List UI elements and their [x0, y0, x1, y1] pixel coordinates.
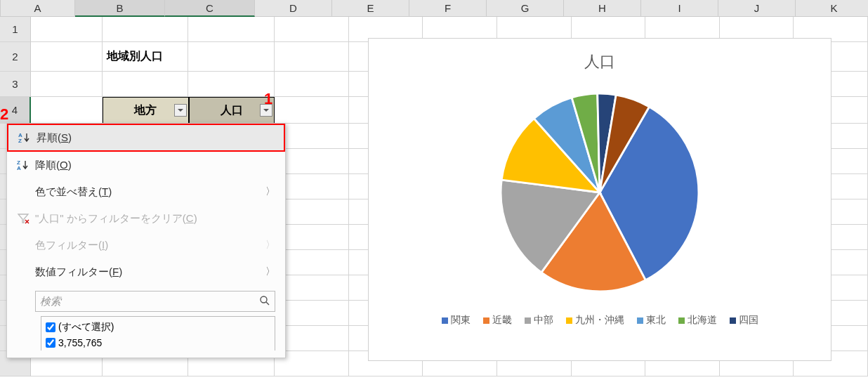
number-filter-item[interactable]: 数値フィルター(F) 〉 [7, 258, 285, 285]
cell-D4[interactable] [275, 97, 349, 124]
filter-check-all[interactable]: (すべて選択) [46, 320, 270, 335]
select-all-corner[interactable] [0, 0, 1, 17]
sort-descending-item[interactable]: Z A 降順(O) [7, 152, 285, 178]
column-header-J[interactable]: J [718, 0, 796, 17]
column-header-K[interactable]: K [796, 0, 868, 17]
legend-swatch [730, 317, 736, 324]
legend-item-近畿[interactable]: 近畿 [483, 314, 512, 327]
column-header-D[interactable]: D [255, 0, 332, 17]
filter-check-value[interactable]: 3,755,765 [46, 335, 270, 350]
legend-swatch [678, 317, 685, 324]
cell-A2[interactable] [31, 42, 103, 72]
cell-C3[interactable] [188, 72, 275, 97]
checkbox[interactable] [46, 322, 55, 332]
cell-D2[interactable] [275, 42, 349, 72]
annotation-2: 2 [0, 105, 8, 124]
filter-dropdown-button[interactable] [174, 104, 187, 117]
chart-legend: 関東近畿中部九州・沖縄東北北海道四国 [369, 308, 831, 332]
cell-B3[interactable] [103, 72, 189, 97]
legend-swatch [483, 317, 489, 324]
cell-D1[interactable] [275, 17, 349, 42]
legend-label: 四国 [739, 314, 758, 327]
svg-text:Z: Z [18, 138, 22, 144]
filter-search-input[interactable]: 検索 [35, 291, 275, 312]
svg-point-4 [261, 296, 267, 303]
cell-C1[interactable] [188, 17, 275, 42]
clear-filter-icon [17, 212, 35, 225]
legend-label: 中部 [534, 314, 553, 327]
legend-item-関東[interactable]: 関東 [442, 314, 471, 327]
legend-label: 関東 [451, 314, 471, 327]
column-header-C[interactable]: C [165, 0, 255, 17]
filter-dropdown-menu: A Z 昇順(S) Z A 降順(O) 色で並べ替え(T) 〉 "人口" [6, 123, 286, 358]
cell-D13[interactable] [275, 326, 349, 351]
column-header-I[interactable]: I [641, 0, 718, 17]
legend-item-中部[interactable]: 中部 [525, 314, 553, 327]
cell-text: 地域別人口 [107, 49, 163, 64]
legend-item-四国[interactable]: 四国 [730, 314, 758, 327]
sort-ascending-item[interactable]: A Z 昇順(S) [7, 124, 285, 152]
cell-D8[interactable] [275, 199, 349, 225]
cell-B2[interactable]: 地域別人口 [103, 42, 189, 72]
legend-label: 北海道 [688, 314, 717, 327]
sort-by-color-item[interactable]: 色で並べ替え(T) 〉 [7, 178, 285, 205]
cell-D6[interactable] [275, 149, 349, 174]
cell-D3[interactable] [275, 72, 349, 97]
legend-label: 九州・沖縄 [575, 314, 624, 327]
checkbox[interactable] [46, 338, 55, 348]
number-filter-label: 数値フィルター(F) [35, 266, 122, 279]
cell-A3[interactable] [31, 72, 103, 97]
cell-C2[interactable] [188, 42, 275, 72]
legend-item-東北[interactable]: 東北 [637, 314, 666, 327]
cell-D10[interactable] [275, 250, 349, 275]
color-filter-label: 色フィルター(I) [35, 239, 108, 252]
sort-asc-icon: A Z [18, 131, 37, 144]
row-header-1[interactable]: 1 [0, 17, 31, 42]
legend-item-北海道[interactable]: 北海道 [678, 314, 717, 327]
column-header-F[interactable]: F [409, 0, 487, 17]
column-header-G[interactable]: G [487, 0, 564, 17]
filter-value-list[interactable]: (すべて選択) 3,755,765 [41, 316, 275, 350]
cell-D9[interactable] [275, 225, 349, 250]
cell-D12[interactable] [275, 301, 349, 326]
cell-B1[interactable] [103, 17, 189, 42]
cell-D5[interactable] [275, 124, 349, 149]
row-header-2[interactable]: 2 [0, 42, 31, 72]
cell-D7[interactable] [275, 174, 349, 199]
pie-chart-object[interactable]: 人口 関東近畿中部九州・沖縄東北北海道四国 [368, 38, 831, 361]
submenu-arrow-icon: 〉 [265, 239, 275, 251]
annotation-1: 1 [264, 90, 272, 108]
cell-B4[interactable]: 地方 [103, 97, 189, 124]
legend-label: 東北 [646, 314, 666, 327]
column-header-E[interactable]: E [332, 0, 409, 17]
cell-A1[interactable] [31, 17, 103, 42]
cell-A4[interactable] [31, 97, 103, 124]
sort-asc-label: 昇順(S) [37, 131, 72, 145]
column-header-A[interactable]: A [1, 0, 75, 17]
legend-swatch [566, 317, 572, 324]
check-all-label: (すべて選択) [58, 321, 114, 334]
pie-svg [491, 84, 709, 301]
color-filter-item: 色フィルター(I) 〉 [7, 232, 285, 258]
submenu-arrow-icon: 〉 [265, 185, 275, 198]
sort-by-color-label: 色で並べ替え(T) [35, 185, 112, 199]
search-icon [259, 295, 270, 308]
search-placeholder: 検索 [40, 295, 61, 308]
svg-text:A: A [17, 165, 21, 171]
sort-desc-icon: Z A [17, 159, 35, 171]
chart-title: 人口 [369, 39, 831, 77]
legend-label: 近畿 [492, 314, 512, 327]
column-header-B[interactable]: B [75, 0, 165, 17]
clear-filter-label: "人口" からフィルターをクリア(C) [35, 212, 197, 225]
cell-D14[interactable] [275, 351, 349, 376]
cell-text: 地方 [134, 103, 157, 118]
legend-swatch [525, 317, 531, 324]
column-header-H[interactable]: H [564, 0, 641, 17]
row-header-3[interactable]: 3 [0, 72, 31, 97]
sort-desc-label: 降順(O) [35, 159, 72, 172]
cell-C4[interactable]: 人口 [189, 97, 275, 124]
legend-swatch [637, 317, 643, 324]
legend-item-九州・沖縄[interactable]: 九州・沖縄 [566, 314, 624, 327]
cell-D11[interactable] [275, 275, 349, 301]
check-value-label: 3,755,765 [58, 337, 102, 348]
